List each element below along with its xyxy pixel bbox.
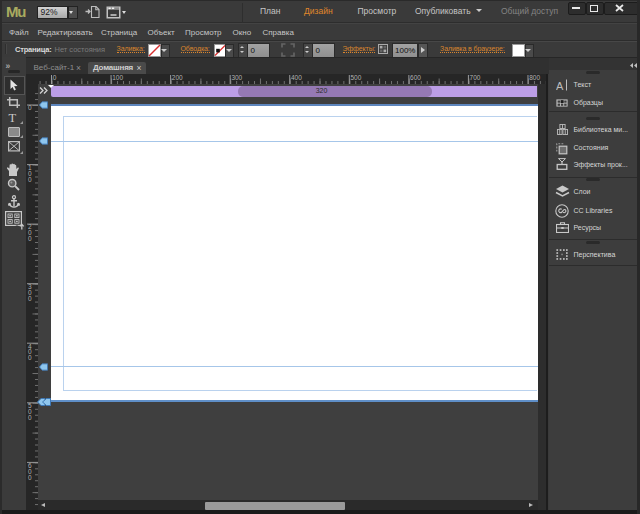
- svg-text:0: 0: [28, 176, 32, 183]
- svg-text:200: 200: [172, 74, 183, 81]
- svg-text:800: 800: [529, 74, 540, 81]
- svg-text:300: 300: [231, 74, 242, 81]
- svg-text:0: 0: [53, 74, 57, 81]
- svg-text:A: A: [556, 80, 564, 92]
- svg-text:700: 700: [470, 74, 481, 81]
- svg-text:0: 0: [28, 295, 32, 302]
- svg-text:0: 0: [28, 104, 32, 111]
- svg-text:0: 0: [28, 414, 32, 421]
- svg-text:0: 0: [28, 474, 32, 481]
- svg-text:0: 0: [28, 354, 32, 361]
- svg-text:600: 600: [410, 74, 421, 81]
- svg-text:100: 100: [112, 74, 123, 81]
- svg-text:0: 0: [28, 235, 32, 242]
- svg-text:400: 400: [291, 74, 302, 81]
- svg-text:500: 500: [351, 74, 362, 81]
